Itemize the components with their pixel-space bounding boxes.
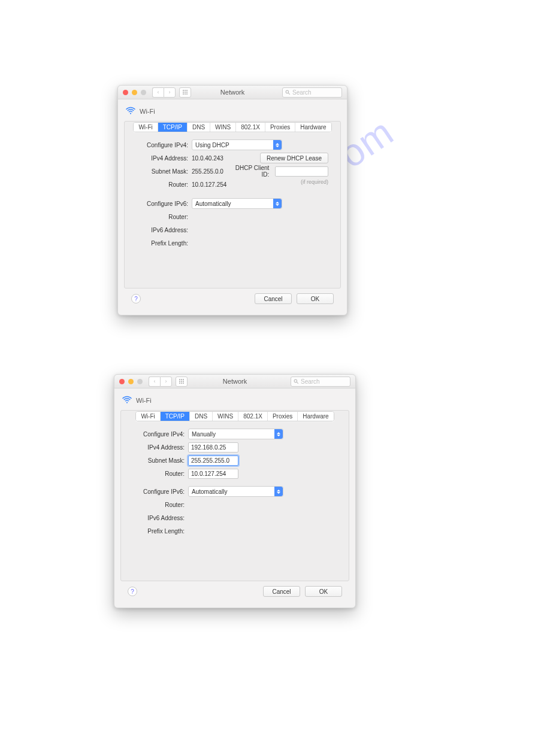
ok-button[interactable]: OK xyxy=(305,586,342,597)
svg-point-0 xyxy=(286,90,289,93)
back-button[interactable]: ‹ xyxy=(152,87,164,98)
tab-wins[interactable]: WINS xyxy=(210,123,236,132)
ipv6-address-label: IPv6 Address: xyxy=(131,515,188,521)
router-label: Router: xyxy=(131,470,188,477)
configure-ipv6-value: Automatically xyxy=(195,201,231,207)
router-input[interactable]: 10.0.127.254 xyxy=(188,469,238,479)
cancel-button[interactable]: Cancel xyxy=(263,586,300,597)
tcpip-panel: Wi-Fi TCP/IP DNS WINS 802.1X Proxies Har… xyxy=(124,121,341,289)
tab-bar: Wi-Fi TCP/IP DNS WINS 802.1X Proxies Har… xyxy=(121,410,349,421)
ipv4-address-label: IPv4 Address: xyxy=(131,444,188,451)
chevron-updown-icon xyxy=(273,199,282,208)
forward-button[interactable]: › xyxy=(160,377,172,387)
search-input[interactable]: Search xyxy=(282,87,342,98)
tab-hardware[interactable]: Hardware xyxy=(295,123,331,132)
content: Wi-Fi Wi-Fi TCP/IP DNS WINS 802.1X Proxi… xyxy=(118,99,347,315)
help-button[interactable]: ? xyxy=(128,587,137,596)
zoom-icon[interactable] xyxy=(137,379,143,384)
tab-tcpip[interactable]: TCP/IP xyxy=(161,412,190,421)
minimize-icon[interactable] xyxy=(132,90,137,95)
tab-tcpip[interactable]: TCP/IP xyxy=(158,123,188,132)
tab-dns[interactable]: DNS xyxy=(188,123,210,132)
svg-point-3 xyxy=(294,379,297,382)
search-input[interactable]: Search xyxy=(291,377,350,387)
configure-ipv6-select[interactable]: Automatically xyxy=(188,486,283,497)
titlebar: ‹ › Network Search xyxy=(114,375,355,388)
prefix-length-label: Prefix Length: xyxy=(134,240,192,247)
search-placeholder: Search xyxy=(292,89,312,96)
ipv4-address-value: 192.168.0.25 xyxy=(191,444,226,451)
close-icon[interactable] xyxy=(123,90,128,95)
configure-ipv4-select[interactable]: Manually xyxy=(188,429,283,439)
wifi-heading: Wi-Fi xyxy=(120,392,349,410)
minimize-icon[interactable] xyxy=(128,379,134,384)
tcpip-panel: Wi-Fi TCP/IP DNS WINS 802.1X Proxies Har… xyxy=(120,410,349,581)
ipv6-router-label: Router: xyxy=(131,502,188,508)
footer: ? Cancel OK xyxy=(120,581,349,603)
tab-wifi[interactable]: Wi-Fi xyxy=(136,412,160,421)
ok-button[interactable]: OK xyxy=(297,293,334,304)
network-window-manual: ‹ › Network Search Wi-Fi Wi-Fi TCP/IP DN… xyxy=(114,374,356,608)
subnet-mask-input[interactable]: 255.255.255.0 xyxy=(188,456,238,466)
configure-ipv4-label: Configure IPv4: xyxy=(131,431,188,438)
wifi-label: Wi-Fi xyxy=(136,397,152,404)
traffic-lights xyxy=(119,379,143,384)
renew-dhcp-button[interactable]: Renew DHCP Lease xyxy=(260,153,328,163)
tab-proxies[interactable]: Proxies xyxy=(268,412,298,421)
tab-wins[interactable]: WINS xyxy=(213,412,238,421)
svg-line-4 xyxy=(297,382,298,384)
router-value: 10.0.127.254 xyxy=(192,181,226,188)
help-button[interactable]: ? xyxy=(131,294,141,303)
configure-ipv6-label: Configure IPv6: xyxy=(131,488,188,495)
configure-ipv6-select[interactable]: Automatically xyxy=(192,198,282,209)
configure-ipv4-select[interactable]: Using DHCP xyxy=(192,139,282,150)
subnet-mask-label: Subnet Mask: xyxy=(131,457,188,464)
cancel-button[interactable]: Cancel xyxy=(255,293,292,304)
dhcp-client-id-input[interactable] xyxy=(275,166,328,177)
close-icon[interactable] xyxy=(119,379,125,384)
wifi-heading: Wi-Fi xyxy=(124,103,341,121)
tab-dns[interactable]: DNS xyxy=(190,412,213,421)
traffic-lights xyxy=(123,90,146,95)
router-label: Router: xyxy=(134,181,192,188)
zoom-icon[interactable] xyxy=(141,90,146,95)
configure-ipv6-value: Automatically xyxy=(192,488,227,495)
subnet-mask-value: 255.255.0.0 xyxy=(192,168,223,175)
chevron-updown-icon xyxy=(273,140,282,150)
router-value: 10.0.127.254 xyxy=(191,470,226,477)
dhcp-client-id-note: (if required) xyxy=(301,179,328,185)
tab-8021x[interactable]: 802.1X xyxy=(238,412,268,421)
prefix-length-label: Prefix Length: xyxy=(131,528,188,535)
back-button[interactable]: ‹ xyxy=(149,377,160,387)
subnet-mask-value: 255.255.255.0 xyxy=(191,457,229,464)
chevron-updown-icon xyxy=(274,487,283,496)
svg-point-5 xyxy=(126,402,128,403)
configure-ipv6-label: Configure IPv6: xyxy=(134,201,192,207)
tab-proxies[interactable]: Proxies xyxy=(265,123,295,132)
configure-ipv4-label: Configure IPv4: xyxy=(134,142,192,148)
footer: ? Cancel OK xyxy=(124,289,341,310)
tab-wifi[interactable]: Wi-Fi xyxy=(134,123,158,132)
svg-line-1 xyxy=(288,93,290,95)
forward-button[interactable]: › xyxy=(164,87,176,98)
ipv6-address-label: IPv6 Address: xyxy=(134,227,192,233)
search-placeholder: Search xyxy=(301,378,320,385)
wifi-icon xyxy=(122,394,132,406)
ipv4-address-value: 10.0.40.243 xyxy=(192,155,223,162)
svg-point-2 xyxy=(130,113,131,114)
chevron-updown-icon xyxy=(274,429,283,439)
titlebar: ‹ › Network Search xyxy=(118,86,347,99)
tab-bar: Wi-Fi TCP/IP DNS WINS 802.1X Proxies Har… xyxy=(125,121,340,132)
show-all-button[interactable] xyxy=(179,87,191,98)
content: Wi-Fi Wi-Fi TCP/IP DNS WINS 802.1X Proxi… xyxy=(114,388,355,608)
configure-ipv4-value: Manually xyxy=(192,431,216,438)
ipv4-address-label: IPv4 Address: xyxy=(134,155,192,162)
nav-buttons: ‹ › xyxy=(152,87,176,98)
tab-8021x[interactable]: 802.1X xyxy=(236,123,265,132)
ipv4-address-input[interactable]: 192.168.0.25 xyxy=(188,442,238,453)
configure-ipv4-value: Using DHCP xyxy=(195,142,229,148)
ipv6-router-label: Router: xyxy=(134,214,192,220)
show-all-button[interactable] xyxy=(176,377,188,387)
wifi-label: Wi-Fi xyxy=(140,108,155,115)
tab-hardware[interactable]: Hardware xyxy=(298,412,333,421)
